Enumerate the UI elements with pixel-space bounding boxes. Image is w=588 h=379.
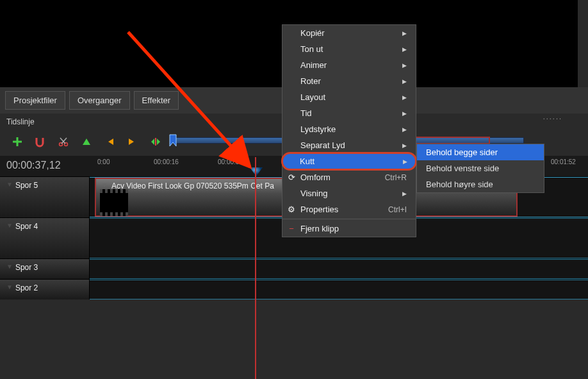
shortcut-label: Ctrl+I	[388, 205, 407, 214]
chevron-right-icon: ▶	[402, 78, 407, 85]
next-marker-icon[interactable]	[127, 136, 138, 147]
chevron-down-icon[interactable]: ▼	[6, 283, 13, 291]
menu-item-remove-clip[interactable]: −Fjern klipp	[282, 221, 416, 237]
track-row: ▼Spor 3	[0, 258, 588, 279]
chevron-right-icon: ▶	[402, 30, 407, 37]
track-header[interactable]: ▼Spor 4	[0, 218, 90, 258]
chevron-right-icon: ▶	[402, 94, 407, 101]
minus-icon: −	[286, 224, 297, 233]
chevron-down-icon[interactable]: ▼	[6, 263, 13, 270]
transform-icon: ⟳	[286, 173, 297, 182]
chevron-down-icon[interactable]: ▼	[101, 181, 108, 189]
chevron-right-icon: ▶	[402, 46, 407, 53]
cut-icon[interactable]	[58, 136, 69, 147]
menu-item-volume[interactable]: Lydstyrke▶	[282, 121, 416, 137]
shortcut-label: Ctrl+R	[385, 173, 407, 182]
track-label: Spor 3	[15, 263, 38, 272]
submenu-cut: Behold begge sider Behold venstre side B…	[416, 144, 544, 193]
track-label: Spor 5	[15, 181, 38, 190]
ruler-tick: 00:00:32	[218, 158, 243, 165]
snap-icon[interactable]	[35, 136, 46, 147]
menu-item-copy[interactable]: Kopiér▶	[282, 25, 416, 41]
chevron-right-icon: ▶	[402, 190, 407, 197]
menu-item-layout[interactable]: Layout▶	[282, 89, 416, 105]
chevron-right-icon: ▶	[402, 62, 407, 69]
chevron-right-icon: ▶	[402, 110, 407, 117]
track-header[interactable]: ▼Spor 3	[0, 259, 90, 279]
clip-thumbnail	[100, 193, 128, 212]
seek-start-handle[interactable]	[168, 133, 179, 147]
playhead-line[interactable]	[255, 157, 256, 379]
track-row: ▼Spor 2	[0, 279, 588, 299]
track-header[interactable]: ▼Spor 2	[0, 280, 90, 299]
track-label: Spor 4	[15, 222, 38, 231]
menu-item-cut[interactable]: Kutt▶	[281, 152, 417, 171]
chevron-right-icon: ▶	[402, 142, 407, 149]
track-body[interactable]	[90, 259, 588, 279]
ruler-tick: 00:00:16	[154, 158, 179, 165]
menu-item-properties[interactable]: ⚙PropertiesCtrl+I	[282, 201, 416, 217]
tab-project-files[interactable]: Prosjektfiler	[5, 91, 65, 110]
submenu-item-keep-both[interactable]: Behold begge sider	[417, 144, 544, 160]
track-label: Spor 2	[15, 283, 38, 292]
menu-item-fadeout[interactable]: Ton ut▶	[282, 41, 416, 57]
submenu-item-keep-left[interactable]: Behold venstre side	[417, 160, 544, 176]
track-header[interactable]: ▼Spor 5	[0, 177, 90, 217]
track-body[interactable]	[90, 280, 588, 299]
svg-rect-2	[155, 138, 156, 146]
tab-effects[interactable]: Effekter	[134, 91, 179, 110]
menu-item-animate[interactable]: Animer▶	[282, 57, 416, 73]
timecode-display: 00:00:37,12	[6, 160, 61, 171]
menu-item-transform[interactable]: ⟳OmformCtrl+R	[282, 169, 416, 185]
marker-add-icon[interactable]	[81, 136, 92, 147]
chevron-right-icon: ▶	[402, 126, 407, 133]
submenu-item-keep-right[interactable]: Behold høyre side	[417, 176, 544, 192]
tab-transitions[interactable]: Overganger	[69, 91, 130, 110]
gear-icon: ⚙	[286, 205, 297, 214]
chevron-right-icon: ▶	[403, 158, 407, 165]
menu-separator	[282, 219, 416, 219]
menu-item-time[interactable]: Tid▶	[282, 105, 416, 121]
menu-item-rotate[interactable]: Roter▶	[282, 73, 416, 89]
prev-marker-icon[interactable]	[104, 136, 115, 147]
add-icon[interactable]	[12, 136, 23, 147]
context-menu: Kopiér▶ Ton ut▶ Animer▶ Roter▶ Layout▶ T…	[282, 24, 416, 237]
ruler-tick: 00:01:52	[551, 158, 576, 165]
center-playhead-icon[interactable]	[150, 136, 161, 147]
chevron-down-icon[interactable]: ▼	[6, 222, 13, 229]
ruler-tick: 0:00	[97, 158, 110, 165]
ellipsis-indicator: ......	[543, 113, 562, 121]
menu-item-separate-audio[interactable]: Separat Lyd▶	[282, 137, 416, 153]
chevron-down-icon[interactable]: ▼	[6, 181, 13, 188]
clip-title: Acv Video First Look Gp 070520 535Pm Cet…	[111, 181, 274, 190]
menu-item-display[interactable]: Visning▶	[282, 185, 416, 201]
